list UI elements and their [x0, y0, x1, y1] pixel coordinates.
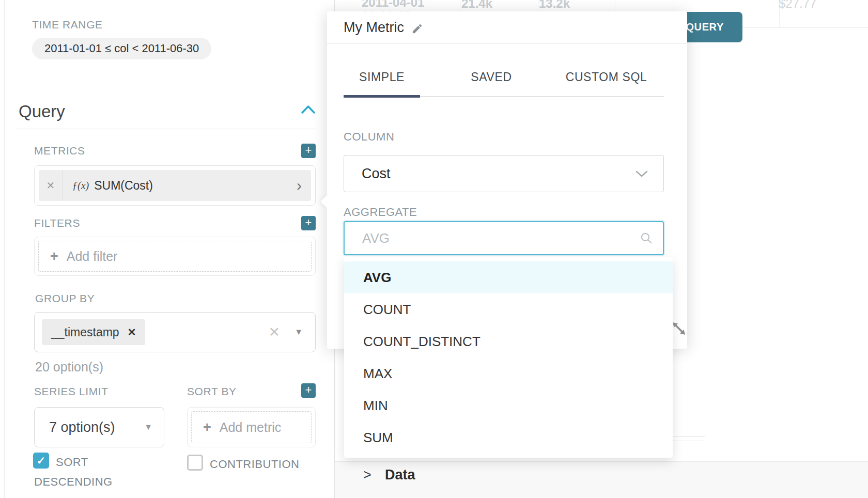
tab-saved[interactable]: SAVED: [450, 70, 533, 84]
group-by-tag-label: __timestamp: [51, 325, 119, 339]
group-by-tag[interactable]: __timestamp ✕: [42, 319, 145, 345]
sort-descending-checkbox[interactable]: ✓: [33, 453, 49, 469]
remove-tag-icon[interactable]: ✕: [128, 326, 136, 338]
table-cell-value: $27.77: [779, 0, 816, 11]
series-limit-value: 7 option(s): [49, 419, 144, 435]
metric-pill[interactable]: ✕ ƒ(x) SUM(Cost) ›: [39, 170, 311, 201]
column-value: Cost: [362, 166, 636, 182]
aggregate-input[interactable]: [344, 221, 664, 255]
metric-name: SUM(Cost): [94, 179, 153, 193]
search-icon: [640, 232, 653, 244]
sort-by-container: + Add metric: [187, 407, 316, 447]
chevron-up-icon[interactable]: [301, 105, 315, 114]
contribution-label: CONTRIBUTION: [210, 458, 299, 471]
plus-icon: +: [50, 248, 58, 264]
metrics-container: ✕ ƒ(x) SUM(Cost) ›: [34, 165, 316, 206]
time-range-label: TIME RANGE: [32, 19, 103, 31]
add-metric-label: Add metric: [220, 420, 281, 435]
column-select[interactable]: Cost: [344, 155, 664, 192]
aggregate-dropdown: AVG COUNT COUNT_DISTINCT MAX MIN SUM: [344, 257, 673, 458]
open-metric-editor-icon[interactable]: ›: [287, 171, 311, 200]
panel-left-border: [4, 0, 5, 498]
data-panel-title: Data: [385, 467, 415, 483]
group-by-label: GROUP BY: [35, 292, 95, 305]
time-range-filter-pill[interactable]: 2011-01-01 ≤ col < 2011-06-30: [32, 38, 211, 59]
table-cell-value: 21.4k: [461, 0, 492, 11]
aggregate-option-count[interactable]: COUNT: [344, 293, 673, 325]
popover-header: My Metric: [327, 11, 687, 44]
clear-select-icon[interactable]: ✕: [269, 324, 281, 340]
group-by-options-hint: 20 option(s): [35, 360, 103, 375]
plus-icon: +: [203, 419, 211, 435]
series-limit-label: SERIES LIMIT: [34, 385, 109, 398]
edit-pencil-icon[interactable]: [411, 23, 423, 35]
chevron-right-icon[interactable]: >: [363, 467, 371, 483]
table-cell-value: 13.2k: [539, 0, 570, 11]
aggregate-option-count-distinct[interactable]: COUNT_DISTINCT: [344, 325, 673, 357]
aggregate-option-max[interactable]: MAX: [344, 357, 673, 390]
section-divider: [16, 129, 316, 129]
active-tab-indicator: [344, 95, 420, 98]
add-filter-plus-button[interactable]: +: [301, 216, 316, 230]
remove-metric-icon[interactable]: ✕: [39, 170, 63, 201]
function-icon: ƒ(x): [72, 180, 89, 192]
filters-container: + Add filter: [34, 237, 316, 276]
aggregate-label: AGGREGATE: [344, 206, 417, 219]
aggregate-field: [344, 221, 664, 255]
resize-handle-icon[interactable]: [670, 320, 688, 337]
add-sort-metric-button[interactable]: +: [301, 383, 316, 398]
explore-query-screen: 2011-04-01 00:00:00 21.4k 13.2k $27.77 R…: [0, 0, 868, 498]
tab-simple[interactable]: SIMPLE: [344, 70, 420, 84]
caret-down-icon[interactable]: ▼: [295, 328, 303, 337]
add-filter-label: Add filter: [67, 249, 118, 264]
table-gridline: [742, 27, 868, 28]
contribution-checkbox[interactable]: [187, 455, 203, 471]
tab-custom-sql[interactable]: CUSTOM SQL: [559, 70, 654, 84]
add-metric-button[interactable]: +: [301, 144, 316, 158]
metric-title: My Metric: [344, 20, 404, 36]
column-label: COLUMN: [344, 130, 394, 144]
chevron-down-icon: [636, 170, 648, 177]
metrics-label: METRICS: [34, 145, 85, 157]
group-by-select[interactable]: __timestamp ✕ ✕ ▼: [34, 312, 316, 352]
caret-down-icon: ▼: [144, 423, 152, 432]
aggregate-option-avg[interactable]: AVG: [344, 261, 673, 293]
sort-by-label: SORT BY: [187, 385, 237, 398]
sort-descending-label: SORT: [56, 456, 88, 469]
data-panel-header[interactable]: > Data: [335, 461, 868, 498]
chart-border-line: [673, 441, 705, 441]
sort-descending-label: DESCENDING: [34, 475, 113, 489]
aggregate-option-sum[interactable]: SUM: [344, 422, 673, 454]
series-limit-select[interactable]: 7 option(s) ▼: [34, 407, 164, 447]
filters-label: FILTERS: [34, 217, 80, 229]
query-section-title: Query: [19, 102, 65, 121]
chart-border-line: [673, 437, 705, 437]
add-filter-dropzone[interactable]: + Add filter: [38, 241, 312, 272]
aggregate-option-min[interactable]: MIN: [344, 390, 673, 422]
add-sort-metric-dropzone[interactable]: + Add metric: [191, 411, 312, 443]
